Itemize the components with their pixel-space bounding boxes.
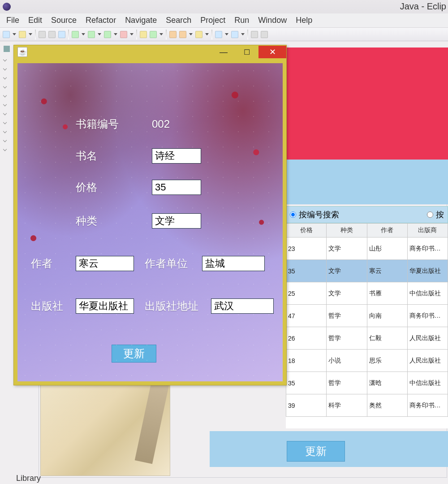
separator (68, 30, 69, 39)
dropdown-icon[interactable] (225, 33, 228, 35)
input-publisher-addr[interactable] (211, 298, 274, 314)
build-icon[interactable] (58, 31, 65, 38)
cell-price: 18 (286, 350, 327, 372)
save-icon[interactable] (19, 31, 26, 38)
input-price[interactable] (152, 180, 201, 195)
new-icon[interactable] (3, 31, 10, 38)
col-price[interactable]: 价格 (286, 224, 327, 238)
table-row[interactable]: 35文学寒云华夏出版社 (286, 260, 448, 282)
cell-price: 35 (286, 260, 327, 282)
label-publisher: 出版社 (31, 299, 71, 313)
menu-source[interactable]: Source (47, 14, 81, 27)
package-explorer[interactable] (4, 46, 9, 427)
dropdown-icon[interactable] (130, 33, 134, 35)
cell-author: 思乐 (367, 350, 407, 372)
dropdown-icon[interactable] (29, 33, 32, 35)
menu-edit[interactable]: Edit (24, 14, 47, 27)
radio-search-by-other[interactable] (427, 212, 433, 218)
table-row[interactable]: 35哲学潇晗中信出版社 (286, 372, 448, 394)
cell-author: 山彤 (367, 238, 407, 260)
dialog-update-button[interactable]: 更新 (112, 345, 156, 363)
label-category: 种类 (76, 214, 134, 228)
cell-price: 47 (286, 305, 327, 327)
cell-category: 文学 (327, 238, 367, 260)
menubar: File Edit Source Refactor Navigate Searc… (0, 13, 448, 28)
input-author[interactable] (76, 256, 134, 271)
col-category[interactable]: 种类 (327, 224, 367, 238)
forward-icon[interactable] (261, 31, 268, 38)
dropdown-icon[interactable] (82, 33, 85, 35)
dialog-titlebar[interactable] (14, 45, 286, 59)
menu-search[interactable]: Search (161, 14, 196, 27)
minimize-button[interactable] (212, 46, 235, 58)
mark-occurrences-icon[interactable] (231, 31, 238, 38)
input-publisher[interactable] (76, 298, 134, 314)
save-all-icon[interactable] (39, 31, 46, 38)
col-publisher[interactable]: 出版商 (407, 224, 448, 238)
cell-publisher: 商务印书出版社 (407, 305, 448, 327)
books-table[interactable]: 价格 种类 作者 出版商 23文学山彤商务印书出版社35文学寒云华夏出版社25文… (286, 223, 448, 428)
dropdown-icon[interactable] (205, 33, 209, 35)
dropdown-icon[interactable] (98, 33, 101, 35)
menu-refactor[interactable]: Refactor (81, 14, 121, 27)
stop-icon[interactable] (120, 31, 127, 38)
print-icon[interactable] (48, 31, 56, 38)
cell-publisher: 华夏出版社 (407, 260, 448, 282)
update-button[interactable]: 更新 (287, 441, 345, 462)
toggle-breadcrumb-icon[interactable] (215, 31, 222, 38)
eclipse-icon (3, 3, 11, 11)
dropdown-icon[interactable] (241, 33, 245, 35)
separator (211, 30, 212, 39)
status-text: Library (16, 474, 41, 483)
table-row[interactable]: 23文学山彤商务印书出版社 (286, 238, 448, 260)
cell-price: 35 (286, 372, 327, 394)
dialog-body: 书籍编号 002 书名 价格 种类 作者 作者单位 (17, 63, 283, 381)
cell-publisher: 中信出版社 (407, 372, 448, 394)
status-bar: Library (0, 472, 448, 484)
dropdown-icon[interactable] (13, 33, 16, 35)
run-icon[interactable] (88, 31, 95, 38)
menu-project[interactable]: Project (196, 14, 230, 27)
separator (247, 30, 248, 39)
cell-author: 仁毅 (367, 327, 407, 350)
open-type-icon[interactable] (169, 31, 177, 38)
search-icon[interactable] (195, 31, 202, 38)
coverage-icon[interactable] (104, 31, 111, 38)
debug-icon[interactable] (72, 31, 79, 38)
edit-book-dialog: 书籍编号 002 书名 价格 种类 作者 作者单位 (13, 45, 287, 385)
dropdown-icon[interactable] (189, 33, 193, 35)
dropdown-icon[interactable] (114, 33, 117, 35)
menu-file[interactable]: File (2, 14, 24, 27)
table-row[interactable]: 26哲学仁毅人民出版社 (286, 327, 448, 350)
table-row[interactable]: 39科学奥然商务印书出版社 (286, 394, 448, 417)
hierarchy-icon[interactable] (4, 46, 10, 52)
new-class-icon[interactable] (150, 31, 157, 38)
open-task-icon[interactable] (179, 31, 186, 38)
table-row[interactable]: 47哲学向南商务印书出版社 (286, 305, 448, 327)
cell-publisher: 人民出版社 (407, 327, 448, 350)
cell-publisher: 中信出版社 (407, 282, 448, 305)
table-row[interactable]: 18小说思乐人民出版社 (286, 350, 448, 372)
separator (136, 30, 137, 39)
menu-window[interactable]: Window (254, 14, 291, 27)
dropdown-icon[interactable] (159, 33, 163, 35)
close-button[interactable] (258, 46, 286, 58)
back-icon[interactable] (251, 31, 258, 38)
table-row[interactable]: 25文学书雁中信出版社 (286, 282, 448, 305)
menu-help[interactable]: Help (291, 14, 317, 27)
new-package-icon[interactable] (140, 31, 147, 38)
col-author[interactable]: 作者 (367, 224, 407, 238)
input-category[interactable] (152, 213, 201, 229)
cell-author: 书雁 (367, 282, 407, 305)
input-author-unit[interactable] (202, 256, 265, 271)
menu-run[interactable]: Run (230, 14, 254, 27)
label-author: 作者 (31, 256, 71, 271)
label-name: 书名 (76, 149, 134, 163)
value-book-id: 002 (152, 118, 170, 130)
radio-search-by-id[interactable] (290, 212, 296, 218)
maximize-button[interactable] (235, 46, 258, 58)
menu-navigate[interactable]: Navigate (121, 14, 161, 27)
cell-category: 小说 (327, 350, 367, 372)
input-name[interactable] (152, 148, 201, 164)
cell-publisher: 商务印书出版社 (407, 394, 448, 417)
